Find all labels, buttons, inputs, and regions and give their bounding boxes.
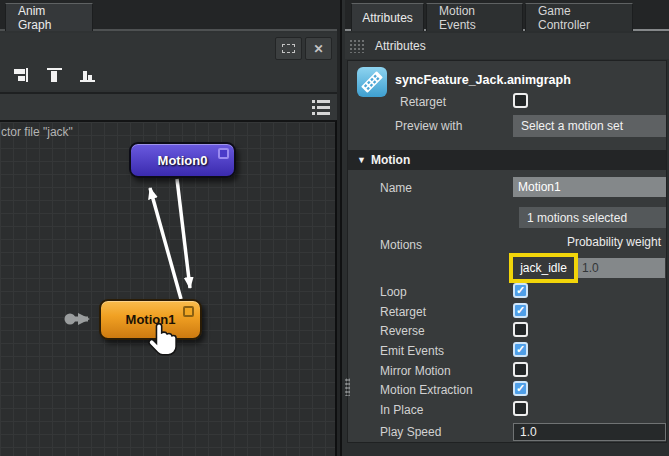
restore-icon [282,44,295,53]
node-motion1-state-square [183,306,194,317]
tab-attributes[interactable]: Attributes [351,3,424,31]
tab-motion-events[interactable]: Motion Events [426,3,523,31]
left-tab-bar: Anim Graph [0,0,337,31]
panel-splitter[interactable] [337,0,345,456]
probability-weight-header: Probability weight [567,235,661,249]
play-speed-input[interactable] [513,423,666,441]
motions-selected-button[interactable]: 1 motions selected [519,207,666,228]
graph-note: ctor file "jack" [1,125,73,139]
mirror-motion-label: Mirror Motion [380,364,451,378]
emit-events-checkbox[interactable] [513,342,528,357]
graph-subheader [0,92,337,120]
reverse-label: Reverse [380,324,425,338]
emit-events-label: Emit Events [380,344,444,358]
panel-edge-grip-icon[interactable] [345,378,350,396]
motion-name-cell-highlighted[interactable]: jack_idle [509,253,578,283]
loop-checkbox[interactable] [513,283,528,298]
right-tab-bar: Attributes Motion Events Game Controller [345,0,669,31]
node-graph-canvas[interactable]: ctor file "jack" Motion0 [0,120,337,456]
probability-weight-input[interactable] [578,258,665,278]
subheader-title: Attributes [375,39,426,53]
close-button[interactable]: ✕ [305,37,332,60]
motions-label: Motions [380,238,422,252]
animgraph-filename: syncFeature_Jack.animgraph [395,73,571,87]
node-motion1[interactable]: Motion1 [99,299,202,340]
node-motion0-state-square [218,148,229,159]
reverse-checkbox[interactable] [513,322,528,337]
node-motion1-label: Motion1 [126,312,176,327]
node-motion0-label: Motion0 [158,153,208,168]
attributes-panel: Attributes Motion Events Game Controller… [345,0,669,456]
in-place-checkbox[interactable] [513,401,528,416]
anim-graph-editor: Anim Graph ✕ [0,0,669,456]
option-row-emit-events: Emit Events [348,341,666,361]
attributes-subheader: Attributes [345,33,669,59]
retarget-global-checkbox[interactable] [513,93,528,108]
graph-panel: Anim Graph ✕ [0,0,337,456]
in-place-label: In Place [380,403,423,417]
tab-game-controller[interactable]: Game Controller [525,3,633,31]
option-row-mirror-motion: Mirror Motion [348,361,666,381]
align-top-button[interactable] [45,65,65,85]
drag-grip-icon[interactable] [349,39,365,53]
motion-extraction-checkbox[interactable] [513,381,528,396]
tab-anim-graph[interactable]: Anim Graph [5,3,93,31]
retarget-label: Retarget [380,305,426,319]
option-row-retarget: Retarget [348,302,666,322]
align-top-icon [46,66,64,84]
option-row-motion-extraction: Motion Extraction [348,380,666,400]
graph-toolbar: ✕ [0,33,337,90]
name-input[interactable] [513,177,666,197]
option-row-reverse: Reverse [348,321,666,341]
align-bottom-button[interactable] [78,65,98,85]
retarget-global-label: Retarget [400,95,446,109]
mirror-motion-checkbox[interactable] [513,362,528,377]
animgraph-file-icon [357,67,387,97]
close-icon: ✕ [313,43,323,55]
motion-section-title: Motion [371,153,410,167]
motion-options-list: Loop Retarget Reverse Emit Events Mirror… [348,282,666,420]
motion-set-dropdown[interactable]: Select a motion set [513,115,666,137]
node-list-icon[interactable] [311,99,331,116]
attributes-content: syncFeature_Jack.animgraph Retarget Prev… [347,60,667,443]
motion-extraction-label: Motion Extraction [380,383,473,397]
preview-with-label: Preview with [395,119,462,133]
option-row-loop: Loop [348,282,666,302]
play-speed-label: Play Speed [380,425,441,439]
align-right-button[interactable] [12,65,32,85]
retarget-checkbox[interactable] [513,303,528,318]
node-motion0[interactable]: Motion0 [129,142,236,178]
loop-label: Loop [380,285,407,299]
align-bottom-icon [79,66,97,84]
restore-button[interactable] [275,37,302,60]
name-label: Name [380,181,412,195]
motion-section-header[interactable]: ▼ Motion [348,150,666,170]
option-row-in-place: In Place [348,400,666,420]
align-right-icon [13,66,31,84]
collapse-triangle-icon: ▼ [357,155,366,165]
